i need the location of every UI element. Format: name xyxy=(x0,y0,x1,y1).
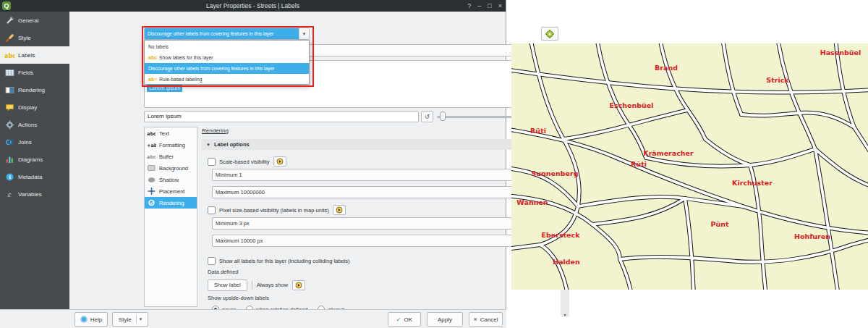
sidebar-item-variables[interactable]: ε Variables xyxy=(0,185,69,203)
placement-icon xyxy=(147,187,156,195)
rendering-icon xyxy=(147,198,156,207)
rendering-panel: Rendering ▼ Label options Scale-based vi… xyxy=(202,126,559,319)
show-all-labels-checkbox[interactable] xyxy=(208,257,216,265)
sidebar-item-labels[interactable]: abc Labels xyxy=(0,46,69,64)
sidebar-item-general[interactable]: General xyxy=(0,12,69,29)
maximum-scale-spinbox[interactable]: Maximum 10000000 ▴▾ xyxy=(212,186,535,198)
maximum-pixel-spinbox[interactable]: Maximum 10000 px ▴▾ xyxy=(212,235,535,247)
always-show-label: Always show xyxy=(257,282,288,288)
data-defined-icon xyxy=(276,157,284,166)
data-defined-override-button[interactable] xyxy=(292,280,305,290)
tab-placement[interactable]: Placement xyxy=(145,185,197,197)
abc-labels-icon: abc xyxy=(4,51,14,60)
close-icon: × xyxy=(473,316,477,323)
label-options-group[interactable]: ▼ Label options xyxy=(202,139,558,150)
close-button[interactable]: × xyxy=(498,2,502,9)
map-canvas[interactable]: HasenbüelBrandStrickEschenbüelRütiKrämer… xyxy=(511,43,868,290)
map-label: Kirchuster xyxy=(732,179,773,187)
map-label: Rüti xyxy=(530,127,546,135)
panel-title: Rendering xyxy=(202,127,229,134)
sidebar-item-label: Actions xyxy=(18,122,37,128)
dropdown-option-rule-based[interactable]: ab≡ Rule-based labeling xyxy=(145,74,309,85)
scale-visibility-checkbox[interactable] xyxy=(208,158,216,166)
map-label: Halden xyxy=(553,258,580,266)
bar-chart-icon xyxy=(4,155,14,164)
svg-text:+ab: +ab xyxy=(147,143,156,148)
table-icon xyxy=(4,68,14,77)
sidebar-item-metadata[interactable]: i Metadata xyxy=(0,168,69,185)
show-label-button[interactable]: Show label xyxy=(208,279,247,291)
map-label: Eschenbüel xyxy=(609,101,653,109)
info-icon: i xyxy=(4,172,14,182)
labeling-mode-combobox[interactable]: Discourage other labels from covering fe… xyxy=(144,28,310,40)
preview-text-field[interactable]: Lorem Ipsum xyxy=(144,111,419,122)
data-defined-override-button[interactable] xyxy=(333,205,346,215)
scroll-down-icon[interactable]: ▾ xyxy=(561,312,569,317)
chevron-down-icon[interactable]: ▾ xyxy=(299,28,309,39)
reset-icon: ↺ xyxy=(425,113,430,120)
abc-labels-icon: abc xyxy=(148,55,157,60)
labels-page: Discourage other labels from covering fe… xyxy=(69,12,506,309)
slider-handle[interactable] xyxy=(440,112,446,121)
screen: Q Layer Properties - Streets | Labels ? … xyxy=(0,0,868,328)
layer-properties-dialog: Q Layer Properties - Streets | Labels ? … xyxy=(0,0,506,328)
label-settings-tabs: abc Text +ab Formatting abc Buffer Backg… xyxy=(144,127,197,307)
tab-buffer[interactable]: abc Buffer xyxy=(145,151,197,162)
sidebar-item-actions[interactable]: Actions xyxy=(0,116,69,133)
check-icon: ✓ xyxy=(396,316,401,323)
sidebar-item-label: Variables xyxy=(18,191,42,198)
dropdown-option-show-labels[interactable]: abc Show labels for this layer xyxy=(145,52,309,63)
data-defined-label: Data defined xyxy=(208,269,239,275)
svg-text:i: i xyxy=(9,174,11,180)
join-circles-icon xyxy=(4,138,14,147)
help-button[interactable]: Help xyxy=(75,312,108,327)
minimum-scale-spinbox[interactable]: Minimum 1 ▴▾ xyxy=(212,169,535,181)
tab-background[interactable]: Background xyxy=(145,162,197,174)
sidebar-item-display[interactable]: Display xyxy=(0,98,69,116)
collapse-arrow-icon[interactable]: ▼ xyxy=(206,143,210,147)
dropdown-option-no-labels[interactable]: No labels xyxy=(145,41,309,52)
labeling-mode-dropdown: No labels abc Show labels for this layer… xyxy=(144,40,310,85)
cancel-button[interactable]: × Cancel xyxy=(469,312,503,327)
automated-placement-button[interactable] xyxy=(541,27,558,41)
ok-button[interactable]: ✓ OK xyxy=(388,312,421,327)
tab-shadow[interactable]: Shadow xyxy=(145,174,197,185)
tab-rendering[interactable]: Rendering xyxy=(145,197,197,209)
maximize-button[interactable]: □ xyxy=(488,2,491,9)
scale-visibility-row: Scale-based visibility xyxy=(208,156,286,167)
sidebar-item-joins[interactable]: Joins xyxy=(0,133,69,151)
map-label: Krämeracher xyxy=(643,149,694,157)
tab-formatting[interactable]: +ab Formatting xyxy=(145,139,197,151)
sidebar-item-style[interactable]: Style xyxy=(0,29,69,46)
dialog-footer: Help Style ▾ ✓ OK Apply × Cancel xyxy=(0,309,506,328)
svg-text:abc: abc xyxy=(4,53,14,59)
qgis-icon: Q xyxy=(2,1,11,10)
sidebar-item-rendering[interactable]: Rendering xyxy=(0,81,69,98)
pixel-visibility-checkbox[interactable] xyxy=(208,206,216,214)
style-menu-button[interactable]: Style ▾ xyxy=(112,312,148,327)
sidebar-item-fields[interactable]: Fields xyxy=(0,64,69,81)
dropdown-option-discourage[interactable]: Discourage other labels from covering fe… xyxy=(145,63,309,74)
sidebar-item-diagrams[interactable]: Diagrams xyxy=(0,151,69,168)
svg-text:abc: abc xyxy=(147,154,156,160)
tab-text[interactable]: abc Text xyxy=(145,127,197,139)
map-label: Wannen xyxy=(516,198,548,206)
reset-preview-button[interactable]: ↺ xyxy=(421,111,433,122)
upside-down-label: Show upside-down labels xyxy=(208,295,269,301)
gear-icon xyxy=(4,120,14,130)
titlebar[interactable]: Q Layer Properties - Streets | Labels ? … xyxy=(0,0,506,12)
apply-button[interactable]: Apply xyxy=(427,312,463,327)
svg-text:ε: ε xyxy=(7,191,12,198)
sidebar-item-label: General xyxy=(18,17,38,24)
help-window-button[interactable]: ? xyxy=(467,2,471,9)
shadow-icon xyxy=(147,175,156,184)
map-label: Hohfuren xyxy=(794,232,830,240)
map-label: Hasenbüel xyxy=(820,49,861,56)
minimize-button[interactable]: – xyxy=(477,2,481,9)
data-defined-override-button[interactable] xyxy=(273,156,286,167)
minimum-pixel-spinbox[interactable]: Minimum 3 px ▴▾ xyxy=(212,217,535,230)
sidebar-item-label: Rendering xyxy=(18,87,45,93)
text-icon: abc xyxy=(147,129,156,138)
wrench-icon xyxy=(4,16,14,25)
map-label: Rüti xyxy=(631,160,647,168)
